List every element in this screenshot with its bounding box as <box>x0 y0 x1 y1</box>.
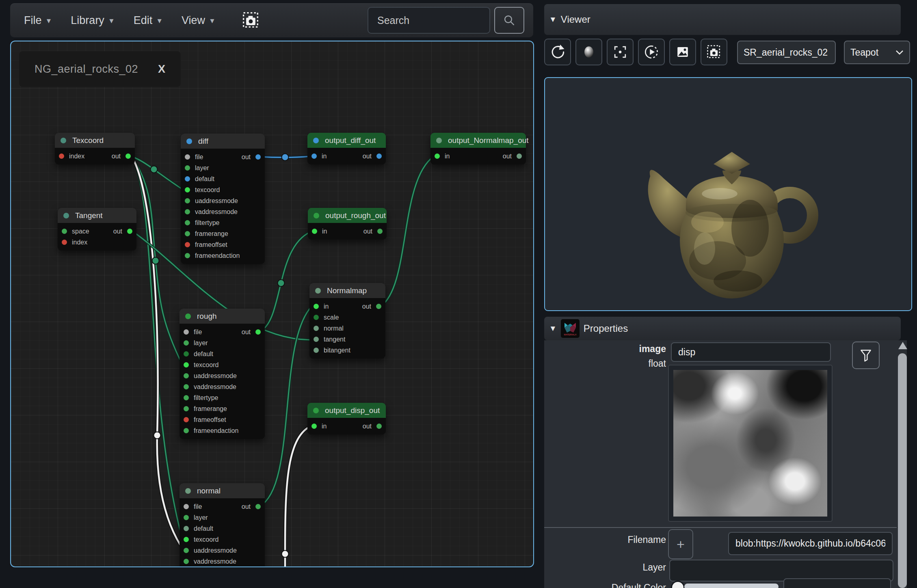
screenshot-icon[interactable] <box>240 10 262 31</box>
graph-node-normal[interactable]: normalfileoutlayerdefaulttexcoorduaddres… <box>180 483 265 567</box>
node-type-dot[interactable] <box>436 138 442 143</box>
input-port-dot[interactable] <box>62 240 67 245</box>
filter-button[interactable] <box>852 342 880 369</box>
input-port-dot[interactable] <box>311 153 317 159</box>
input-port-dot[interactable] <box>314 315 319 320</box>
output-port-dot[interactable] <box>125 153 131 159</box>
node-type-dot[interactable] <box>315 288 321 294</box>
input-port-dot[interactable] <box>184 417 189 422</box>
node-header[interactable]: output_Normalmap_out <box>430 133 526 148</box>
material-ball-button[interactable] <box>575 39 602 65</box>
input-port-dot[interactable] <box>184 526 189 531</box>
input-port-dot[interactable] <box>184 384 189 389</box>
graph-node-diff[interactable]: difffileoutlayerdefaulttexcoorduaddressm… <box>181 134 265 264</box>
graph-node-output_disp_out[interactable]: output_disp_outinout <box>307 403 386 435</box>
node-type-dot[interactable] <box>185 313 191 319</box>
output-port-dot[interactable] <box>255 329 261 335</box>
node-type-dot[interactable] <box>185 488 191 494</box>
node-header[interactable]: Tangent <box>58 208 136 223</box>
render-viewport[interactable] <box>544 77 912 311</box>
output-port-dot[interactable] <box>376 153 382 159</box>
properties-panel-header[interactable]: ▼ MATERIALX Properties <box>544 317 901 340</box>
capture-button[interactable] <box>701 39 727 65</box>
graph-node-output_Normalmap_out[interactable]: output_Normalmap_outinout <box>430 133 526 164</box>
node-header[interactable]: output_rough_out <box>308 208 387 223</box>
add-file-button[interactable]: + <box>668 529 693 559</box>
input-port-dot[interactable] <box>184 548 189 553</box>
input-port-dot[interactable] <box>59 153 64 159</box>
properties-scrollbar[interactable] <box>898 342 907 588</box>
input-port-dot[interactable] <box>185 220 190 225</box>
default-color-slider-knob[interactable] <box>671 581 685 588</box>
input-port-dot[interactable] <box>184 373 189 378</box>
input-port-dot[interactable] <box>185 209 190 214</box>
graph-node-Tangent[interactable]: Tangentspaceoutindex <box>58 208 136 251</box>
input-port-dot[interactable] <box>185 198 190 203</box>
node-header[interactable]: Normalmap <box>309 283 385 298</box>
node-header[interactable]: output_disp_out <box>307 403 386 418</box>
input-port-dot[interactable] <box>184 362 189 368</box>
input-port-dot[interactable] <box>312 229 317 234</box>
input-port-dot[interactable] <box>185 231 190 236</box>
input-port-dot[interactable] <box>184 559 189 564</box>
collapse-triangle-icon[interactable]: ▼ <box>549 324 557 333</box>
scroll-up-icon[interactable] <box>898 342 907 349</box>
graph-tab-close-button[interactable]: X <box>158 63 165 76</box>
frame-selection-button[interactable] <box>607 39 634 65</box>
default-color-input[interactable] <box>783 578 891 588</box>
node-header[interactable]: diff <box>181 134 265 149</box>
output-port-dot[interactable] <box>377 229 383 234</box>
search-button[interactable] <box>494 7 524 34</box>
output-port-dot[interactable] <box>127 229 132 234</box>
input-port-dot[interactable] <box>184 537 189 542</box>
node-header[interactable]: rough <box>180 309 265 324</box>
node-header[interactable]: normal <box>180 483 265 498</box>
input-port-dot[interactable] <box>62 229 67 234</box>
output-port-dot[interactable] <box>376 304 381 309</box>
node-type-dot[interactable] <box>61 138 66 143</box>
input-port-dot[interactable] <box>314 304 319 309</box>
output-port-dot[interactable] <box>255 504 261 509</box>
input-port-dot[interactable] <box>185 253 190 258</box>
input-port-dot[interactable] <box>184 428 189 433</box>
menu-library[interactable]: Library ▼ <box>71 14 115 27</box>
input-port-dot[interactable] <box>314 348 319 353</box>
filename-input[interactable] <box>728 532 893 555</box>
search-input[interactable] <box>368 7 490 34</box>
output-port-dot[interactable] <box>376 424 382 429</box>
input-port-dot[interactable] <box>314 326 319 331</box>
graph-node-rough[interactable]: roughfileoutlayerdefaulttexcoorduaddress… <box>180 309 265 439</box>
collapse-triangle-icon[interactable]: ▼ <box>549 15 557 24</box>
node-type-dot[interactable] <box>63 213 69 218</box>
input-port-dot[interactable] <box>185 176 190 182</box>
menu-file[interactable]: File ▼ <box>24 14 52 27</box>
input-port-dot[interactable] <box>185 154 190 160</box>
graph-node-Normalmap[interactable]: Normalmapinoutscalenormaltangentbitangen… <box>309 283 385 359</box>
viewer-panel-header[interactable]: ▼ Viewer <box>544 4 901 35</box>
menu-view[interactable]: View ▼ <box>182 14 216 27</box>
environment-image-button[interactable] <box>669 39 696 65</box>
input-port-dot[interactable] <box>184 340 189 346</box>
input-port-dot[interactable] <box>184 395 189 400</box>
input-port-dot[interactable] <box>185 187 190 192</box>
geometry-select[interactable]: Teapot <box>844 41 910 64</box>
reset-view-button[interactable] <box>544 39 571 65</box>
graph-node-Texcoord[interactable]: Texcoordindexout <box>55 133 135 164</box>
material-select[interactable]: SR_aerial_rocks_02 <box>737 41 836 64</box>
graph-tab[interactable]: NG_aerial_rocks_02 X <box>19 51 181 87</box>
node-type-dot[interactable] <box>313 138 319 143</box>
input-port-dot[interactable] <box>314 337 319 342</box>
node-header[interactable]: Texcoord <box>55 133 135 148</box>
node-header[interactable]: output_diff_out <box>307 133 386 148</box>
node-type-dot[interactable] <box>314 213 319 218</box>
input-port-dot[interactable] <box>184 406 189 411</box>
default-color-slider-track[interactable] <box>684 584 779 588</box>
output-port-dot[interactable] <box>255 154 261 160</box>
node-type-dot[interactable] <box>313 408 319 413</box>
input-port-dot[interactable] <box>184 351 189 357</box>
turntable-button[interactable] <box>638 39 665 65</box>
input-port-dot[interactable] <box>184 329 189 335</box>
node-graph-panel[interactable]: TexcoordindexoutTangentspaceoutindexdiff… <box>10 41 534 567</box>
node-type-dot[interactable] <box>186 138 192 144</box>
input-port-dot[interactable] <box>184 515 189 520</box>
